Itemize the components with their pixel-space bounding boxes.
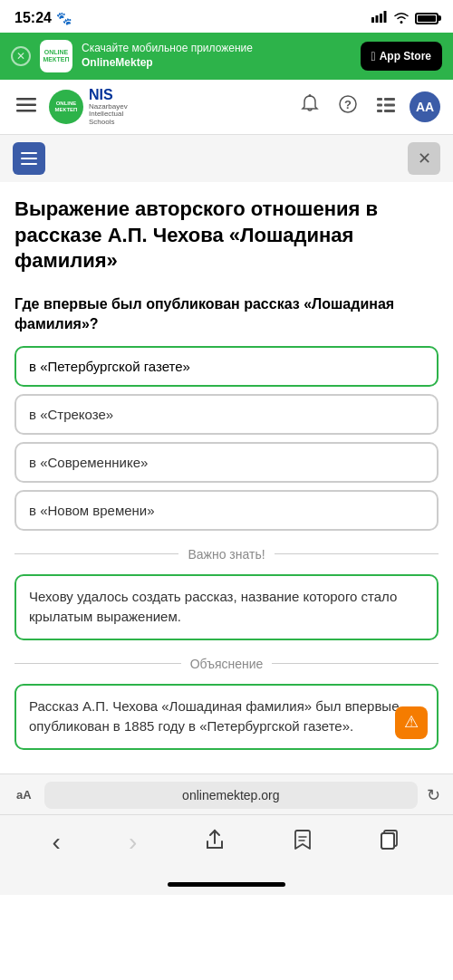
svg-rect-1: [376, 15, 379, 23]
list-icon[interactable]: [371, 92, 400, 120]
main-content: Выражение авторского отношения в рассказ…: [0, 182, 453, 773]
status-time: 15:24: [14, 10, 52, 26]
svg-rect-13: [384, 104, 395, 107]
divider-line-left: [14, 553, 178, 554]
tabs-button[interactable]: [371, 826, 410, 859]
home-bar: [168, 882, 285, 887]
user-avatar[interactable]: AA: [410, 91, 440, 122]
home-indicator: [0, 875, 453, 895]
online-mektep-logo: ONLINE МЕКТЕП: [49, 90, 83, 124]
paw-icon: 🐾: [56, 11, 72, 25]
svg-point-7: [309, 94, 312, 97]
signal-icon: [371, 11, 388, 25]
answer-option-2[interactable]: в «Стрекозе»: [14, 394, 439, 435]
nis-logo: NIS Nazarbayev Intellectual Schools: [89, 87, 128, 127]
app-store-button[interactable]:  App Store: [361, 42, 442, 71]
forward-button[interactable]: ›: [120, 824, 146, 860]
question-text: Где впервые был опубликован рассказ «Лош…: [14, 294, 439, 335]
browser-bar: aA onlinemektep.org ↻: [0, 773, 453, 814]
divider-line-right: [275, 553, 439, 554]
answer-option-3[interactable]: в «Современнике»: [14, 442, 439, 483]
back-button[interactable]: ‹: [43, 824, 70, 860]
share-button[interactable]: [196, 825, 234, 860]
divider-line-left2: [14, 663, 181, 664]
nav-bar: ONLINE МЕКТЕП NIS Nazarbayev Intellectua…: [0, 80, 453, 135]
battery-icon: [415, 13, 439, 24]
explanation-label: Объяснение: [190, 657, 264, 671]
svg-rect-6: [16, 110, 36, 112]
toolbar-row: ✕: [0, 135, 453, 182]
nav-logo-group: ONLINE МЕКТЕП NIS Nazarbayev Intellectua…: [49, 87, 128, 127]
svg-rect-3: [384, 11, 387, 23]
divider-line-right2: [272, 663, 439, 664]
svg-rect-12: [377, 104, 382, 107]
bottom-nav: ‹ ›: [0, 814, 453, 875]
status-bar: 15:24 🐾: [0, 0, 453, 33]
bell-icon[interactable]: [295, 91, 324, 122]
url-bar[interactable]: onlinemektep.org: [44, 782, 418, 809]
svg-text:?: ?: [344, 98, 352, 111]
svg-rect-14: [377, 110, 382, 112]
font-size-control[interactable]: aA: [13, 786, 35, 803]
toolbar-menu-button[interactable]: [13, 142, 45, 175]
svg-rect-2: [380, 14, 382, 23]
answer-option-1[interactable]: в «Петербургской газете»: [14, 346, 439, 387]
banner-logo: ONLINE МЕКТЕП: [40, 40, 72, 72]
status-icons: [371, 11, 439, 26]
svg-rect-4: [16, 98, 36, 101]
svg-rect-0: [371, 17, 374, 23]
svg-rect-5: [16, 104, 36, 107]
help-icon[interactable]: ?: [333, 91, 362, 121]
answer-option-4[interactable]: в «Новом времени»: [14, 490, 439, 531]
warning-icon: ⚠: [404, 710, 419, 735]
toolbar-close-button[interactable]: ✕: [408, 142, 440, 175]
svg-rect-15: [384, 110, 395, 112]
bookmark-button[interactable]: [284, 826, 322, 859]
banner-text: Скачайте мобильное приложение OnlineMekt…: [82, 42, 352, 70]
explanation-box: Рассказ А.П. Чехова «Лошадиная фамилия» …: [14, 684, 439, 750]
page-title: Выражение авторского отношения в рассказ…: [14, 197, 439, 274]
important-label: Важно знать!: [188, 547, 265, 562]
svg-rect-17: [381, 833, 394, 849]
wifi-icon: [393, 11, 410, 26]
nav-hamburger-icon[interactable]: [13, 92, 40, 120]
important-divider: Важно знать!: [14, 547, 439, 562]
apple-icon: : [371, 49, 376, 63]
explanation-divider: Объяснение: [14, 657, 439, 671]
app-banner: ✕ ONLINE МЕКТЕП Скачайте мобильное прило…: [0, 33, 453, 80]
banner-close-button[interactable]: ✕: [11, 46, 31, 66]
important-info-box: Чехову удалось создать рассказ, название…: [14, 574, 439, 640]
svg-rect-11: [384, 98, 395, 101]
svg-rect-10: [377, 98, 382, 101]
warning-badge[interactable]: ⚠: [395, 706, 428, 739]
question-block: Где впервые был опубликован рассказ «Лош…: [14, 294, 439, 531]
refresh-button[interactable]: ↻: [427, 785, 440, 805]
hamburger-lines-icon: [21, 152, 37, 165]
